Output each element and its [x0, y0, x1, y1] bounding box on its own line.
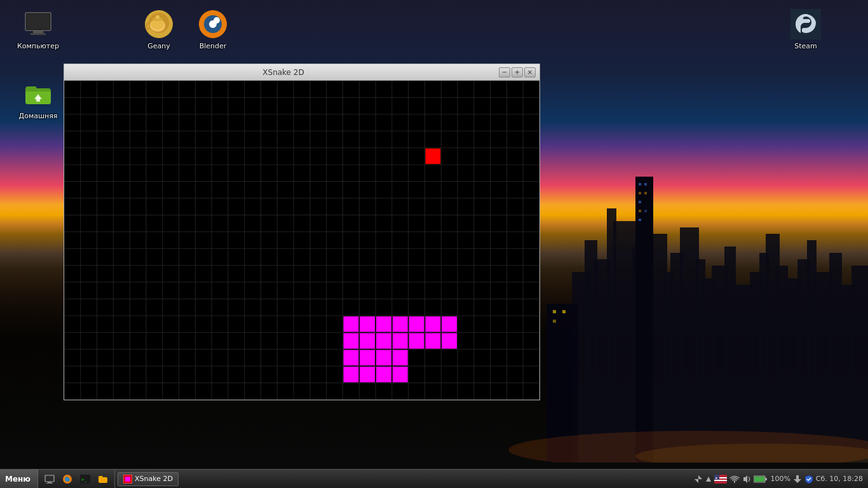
svg-point-61 — [802, 28, 806, 32]
svg-rect-10 — [680, 227, 699, 463]
geany-icon-label: Geany — [147, 42, 170, 50]
svg-rect-43 — [27, 14, 50, 29]
computer-icon — [23, 9, 53, 39]
svg-rect-44 — [33, 30, 43, 33]
minimize-button[interactable]: − — [499, 67, 510, 78]
svg-rect-20 — [785, 278, 801, 463]
xsnake-taskbar-button[interactable]: XSnake 2D — [118, 472, 179, 486]
steam-icon-label: Steam — [794, 42, 817, 50]
tray-network[interactable] — [729, 475, 740, 484]
tray-up-arrow[interactable] — [705, 476, 712, 482]
svg-rect-3 — [607, 208, 616, 463]
svg-rect-5 — [632, 247, 645, 463]
blender-icon-label: Blender — [200, 42, 227, 50]
desktop-icon-home[interactable]: Домашняя — [13, 76, 64, 123]
tray-update[interactable] — [793, 475, 802, 484]
tray-volume[interactable] — [742, 475, 751, 484]
home-folder-icon — [23, 79, 53, 109]
home-icon-label: Домашняя — [19, 112, 58, 120]
svg-marker-83 — [794, 475, 801, 483]
svg-rect-2 — [594, 259, 610, 463]
desktop-icon-steam[interactable]: Steam — [780, 6, 831, 53]
svg-rect-65 — [48, 482, 51, 483]
svg-rect-19 — [776, 266, 788, 463]
desktop-icon-geany[interactable]: Geany — [133, 6, 184, 53]
svg-rect-66 — [46, 483, 53, 484]
xsnake-game-area — [64, 81, 539, 400]
svg-marker-72 — [695, 479, 698, 483]
system-tray: ★ — [689, 470, 868, 488]
close-button[interactable]: × — [524, 67, 536, 78]
tray-battery-percent: 100% — [770, 475, 790, 483]
svg-rect-35 — [644, 192, 647, 194]
svg-rect-18 — [766, 234, 780, 463]
svg-rect-82 — [765, 478, 767, 480]
blender-icon — [198, 9, 228, 39]
svg-rect-16 — [750, 272, 763, 463]
svg-rect-15 — [734, 285, 753, 463]
firefox-button[interactable] — [60, 471, 75, 487]
svg-marker-79 — [743, 475, 747, 483]
svg-rect-60 — [790, 9, 821, 39]
svg-point-40 — [508, 431, 868, 463]
svg-rect-23 — [813, 272, 832, 463]
svg-rect-9 — [670, 253, 683, 463]
svg-rect-33 — [644, 183, 647, 186]
snake-canvas — [64, 81, 539, 400]
terminal-button[interactable]: >_ — [78, 471, 93, 487]
svg-rect-21 — [797, 259, 810, 463]
svg-rect-6 — [642, 196, 653, 463]
svg-rect-37 — [639, 210, 641, 212]
steam-icon — [790, 9, 821, 39]
desktop-icon-blender[interactable]: Blender — [187, 6, 238, 53]
svg-rect-76 — [714, 480, 727, 481]
xsnake-taskbar-icon — [123, 475, 132, 484]
svg-point-55 — [214, 17, 220, 24]
xsnake-window: XSnake 2D − + × — [64, 64, 540, 400]
tray-locale[interactable]: ★ — [714, 475, 727, 484]
svg-rect-27 — [546, 304, 578, 463]
xsnake-titlebar[interactable]: XSnake 2D − + × — [64, 64, 539, 81]
svg-rect-0 — [572, 272, 591, 463]
show-desktop-button[interactable] — [42, 471, 57, 487]
svg-rect-34 — [639, 192, 641, 194]
svg-text:>_: >_ — [81, 477, 87, 482]
svg-marker-71 — [698, 475, 702, 479]
svg-rect-25 — [839, 285, 855, 463]
svg-rect-1 — [585, 240, 597, 463]
tray-security[interactable] — [804, 475, 813, 484]
window-controls[interactable]: − + × — [499, 67, 536, 78]
taskbar: Меню — [0, 469, 868, 488]
menu-label: Меню — [5, 475, 31, 484]
tray-arrows[interactable] — [694, 475, 703, 484]
svg-rect-39 — [639, 219, 641, 221]
svg-rect-11 — [696, 259, 705, 463]
svg-rect-64 — [45, 475, 54, 482]
svg-rect-31 — [635, 177, 653, 463]
svg-rect-28 — [553, 310, 556, 313]
svg-rect-8 — [664, 272, 674, 463]
desktop-icon-computer[interactable]: Компьютер — [13, 6, 64, 53]
svg-rect-32 — [639, 183, 641, 186]
svg-rect-7 — [651, 234, 667, 463]
svg-rect-81 — [754, 477, 764, 482]
svg-rect-45 — [31, 33, 46, 35]
svg-rect-63 — [36, 97, 40, 102]
svg-point-51 — [156, 15, 159, 19]
svg-rect-36 — [639, 201, 641, 203]
maximize-button[interactable]: + — [512, 67, 523, 78]
svg-rect-12 — [702, 278, 715, 463]
xsnake-taskbar-label: XSnake 2D — [135, 475, 173, 483]
svg-rect-4 — [613, 221, 635, 463]
taskbar-windows: XSnake 2D — [115, 470, 689, 488]
geany-icon — [144, 9, 174, 39]
svg-rect-38 — [644, 210, 647, 212]
svg-rect-22 — [807, 240, 817, 463]
filemanager-button[interactable] — [95, 471, 111, 487]
computer-icon-label: Компьютер — [17, 42, 59, 50]
tray-clock[interactable]: Сб. 10, 18:28 — [816, 475, 863, 483]
quicklaunch-bar: >_ — [38, 470, 115, 488]
taskbar-menu-button[interactable]: Меню — [0, 470, 38, 488]
desktop: Компьютер Geany — [0, 0, 868, 488]
svg-rect-17 — [759, 253, 769, 463]
